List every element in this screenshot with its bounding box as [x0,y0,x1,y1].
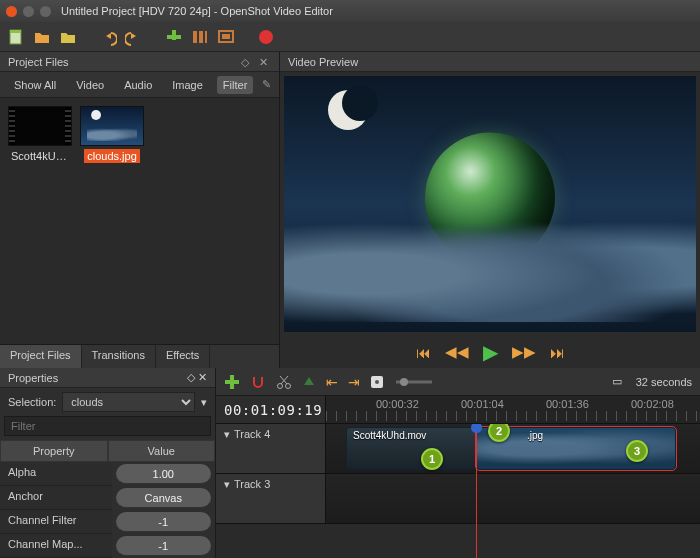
annotation-marker: 3 [626,440,648,462]
property-value[interactable]: -1 [116,536,212,556]
razor-button[interactable] [276,374,292,390]
filter-audio[interactable]: Audio [118,76,158,94]
video-preview-canvas[interactable] [284,76,696,332]
file-item-video[interactable]: Scott4kUhd... [8,106,72,163]
preview-clouds-graphic [284,202,696,322]
track-label: Track 4 [234,428,270,469]
prev-marker-button[interactable]: ⇤ [326,374,338,390]
svg-rect-1 [10,30,21,33]
window-title: Untitled Project [HDV 720 24p] - OpenSho… [61,5,333,17]
fullscreen-button[interactable] [216,27,236,47]
add-track-button[interactable] [224,374,240,390]
timeline-track: ▾Track 3 [216,474,700,524]
timeline-duration-icon: ▭ [612,375,622,388]
timeline-ruler[interactable]: 00:00:32 00:01:04 00:01:36 00:02:08 00:0… [326,396,700,423]
clear-filter-icon[interactable]: ✎ [262,78,271,91]
svg-rect-4 [193,31,197,43]
property-row: Anchor Canvas [0,486,215,510]
project-files-list[interactable]: Scott4kUhd... clouds.jpg [0,98,279,344]
preview-moon-graphic [328,90,368,130]
fast-forward-button[interactable]: ▶▶ [512,343,536,361]
track-collapse-icon[interactable]: ▾ [224,428,230,469]
undock-icon[interactable]: ◇ [187,371,195,383]
window-close-button[interactable] [6,6,17,17]
svg-rect-3 [167,35,181,39]
svg-point-12 [278,383,283,388]
timeline-toolbar: ⇤ ⇥ ▭ 32 seconds [216,368,700,396]
file-label: clouds.jpg [84,149,140,163]
filter-show-all[interactable]: Show All [8,76,62,94]
window-maximize-button[interactable] [40,6,51,17]
playback-controls: ⏮ ◀◀ ▶ ▶▶ ⏭ [280,336,700,368]
undo-button[interactable] [98,27,118,47]
filter-image[interactable]: Image [166,76,209,94]
properties-filter-input[interactable] [4,416,211,436]
svg-rect-8 [222,34,230,39]
import-files-button[interactable] [164,27,184,47]
properties-title: Properties [8,372,58,384]
track-collapse-icon[interactable]: ▾ [224,478,230,519]
main-toolbar [0,22,700,52]
property-value[interactable]: 1.00 [116,464,212,484]
video-preview-header: Video Preview [280,52,700,72]
close-pane-icon[interactable]: ✕ [259,56,271,68]
filter-video[interactable]: Video [70,76,110,94]
jump-start-button[interactable]: ⏮ [416,344,431,361]
choose-profile-button[interactable] [190,27,210,47]
properties-pane: Properties ◇ ✕ Selection: clouds ▾ Prope… [0,368,216,558]
track-lane[interactable]: Scott4kUhd.mov .jpg 1 2 3 [326,424,700,473]
timeline-tracks[interactable]: ▾Track 4 Scott4kUhd.mov .jpg 1 2 3 ▾Trac… [216,424,700,558]
property-value[interactable]: -1 [116,512,212,532]
export-video-button[interactable] [256,27,276,47]
zoom-slider[interactable] [394,376,434,388]
new-project-button[interactable] [6,27,26,47]
file-item-image[interactable]: clouds.jpg [80,106,144,163]
col-value: Value [108,440,216,462]
video-preview-title: Video Preview [288,56,358,68]
property-row: Alpha 1.00 [0,462,215,486]
properties-columns: Property Value [0,440,215,462]
property-row: Channel Filter -1 [0,510,215,534]
timeline-duration-label: 32 seconds [636,376,692,388]
file-filter-tabs: Show All Video Audio Image Filter ✎ [0,72,279,98]
svg-rect-11 [225,380,239,384]
svg-point-9 [259,30,273,44]
selection-dropdown[interactable]: clouds [62,392,195,412]
svg-point-15 [375,380,379,384]
next-marker-button[interactable]: ⇥ [348,374,360,390]
open-project-button[interactable] [32,27,52,47]
timeline-timecode: 00:01:09:19 [224,402,322,418]
window-minimize-button[interactable] [23,6,34,17]
center-playhead-button[interactable] [370,375,384,389]
playhead[interactable] [476,424,477,558]
project-files-pane: Project Files ◇ ✕ Show All Video Audio I… [0,52,280,368]
project-files-header: Project Files ◇ ✕ [0,52,279,72]
track-lane[interactable] [326,474,700,523]
property-row: Channel Map... -1 [0,534,215,558]
svg-rect-5 [199,31,203,43]
project-files-title: Project Files [8,56,69,68]
tab-transitions[interactable]: Transitions [82,345,156,368]
tab-project-files[interactable]: Project Files [0,345,82,368]
jump-end-button[interactable]: ⏭ [550,344,565,361]
track-label: Track 3 [234,478,270,519]
window-titlebar: Untitled Project [HDV 720 24p] - OpenSho… [0,0,700,22]
svg-rect-6 [205,31,207,43]
add-marker-button[interactable] [302,375,316,389]
play-button[interactable]: ▶ [483,340,498,364]
timeline-ruler-row: 00:01:09:19 00:00:32 00:01:04 00:01:36 0… [216,396,700,424]
selection-menu-icon[interactable]: ▾ [201,396,207,409]
rewind-button[interactable]: ◀◀ [445,343,469,361]
snapping-toggle[interactable] [250,374,266,390]
timeline-clip-video[interactable]: Scott4kUhd.mov [346,427,476,470]
save-project-button[interactable] [58,27,78,47]
redo-button[interactable] [124,27,144,47]
tab-effects[interactable]: Effects [156,345,210,368]
svg-point-17 [400,378,408,386]
video-preview-pane: Video Preview ⏮ ◀◀ ▶ ▶▶ ⏭ [280,52,700,368]
close-pane-icon[interactable]: ✕ [198,371,207,383]
svg-point-13 [286,383,291,388]
property-value[interactable]: Canvas [116,488,212,508]
filter-text[interactable]: Filter [217,76,253,94]
undock-icon[interactable]: ◇ [241,56,253,68]
